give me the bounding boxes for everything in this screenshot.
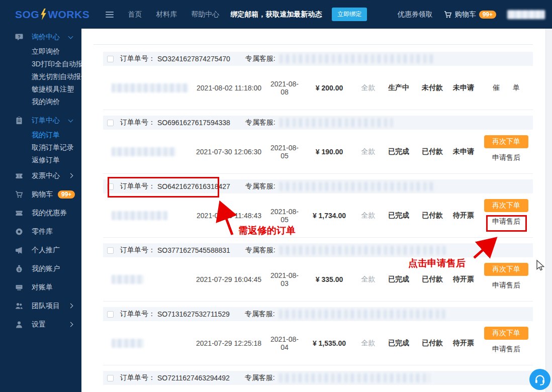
clipboard-icon (15, 117, 23, 125)
top-navbar: SOG WORKS 首页 材料库 帮助中心 绑定邮箱，获取速加最新动态 立即绑定… (0, 0, 552, 29)
order-checkbox[interactable] (107, 183, 114, 190)
nav-home[interactable]: 首页 (128, 10, 142, 19)
cs-value-redacted (279, 373, 430, 382)
order-no-value: SO6961627617594338 (157, 119, 230, 127)
sidebar: ?询价中心立即询价3D打印全自动报价激光切割自动报价敏捷模具注塑我的询价订单中心… (0, 29, 81, 392)
delivery-date: 2021-08-05 (267, 208, 302, 224)
megaphone-icon (15, 246, 23, 254)
sidebar-item-personal-promotion[interactable]: 个人推广 (0, 241, 81, 259)
sidebar-item-statements[interactable]: 对账单 (0, 278, 81, 297)
order-checkbox[interactable] (107, 375, 114, 381)
sidebar-item-laser-cut-auto-quote[interactable]: 激光切割自动报价 (0, 70, 81, 83)
scrollbar-track[interactable] (545, 29, 552, 392)
chat-icon: ? (15, 33, 23, 41)
coupon-claim-link[interactable]: 优惠券领取 (398, 10, 433, 19)
navbar-right: 优惠券领取 购物车 99+ (398, 10, 545, 19)
nav-material-library[interactable]: 材料库 (156, 10, 177, 19)
create-time: 2021-07-29 12:25:18 (195, 339, 261, 347)
username-redacted[interactable] (507, 10, 545, 19)
sidebar-item-parts-library[interactable]: 零件库 (0, 222, 81, 241)
cs-label: 专属客服: (245, 246, 275, 255)
order-list-panel: 订单单号： SO3241627874275470 专属客服: 2021-08-0… (81, 29, 545, 392)
order-amount: ¥ 1,535.00 (307, 339, 352, 347)
order-status: 已完成 (384, 147, 414, 156)
sidebar-item-repair-orders[interactable]: 返修订单 (0, 154, 81, 166)
invoice-status: 未申请 (448, 83, 479, 92)
invoice-status: 待开票 (448, 211, 479, 220)
logo[interactable]: SOG WORKS (15, 9, 89, 21)
order-header: 订单单号： SO6961627617594338 专属客服: (103, 116, 533, 130)
order-status: 已完成 (384, 339, 414, 348)
apply-aftersale-link[interactable]: 申请售后 (492, 153, 520, 162)
cart-link[interactable]: 购物车 99+ (444, 10, 496, 19)
sidebar-item-my-inquiries[interactable]: 我的询价 (0, 95, 81, 108)
create-time: 2021-07-30 11:48:43 (195, 212, 261, 220)
sidebar-item-team-projects[interactable]: 团队项目 (0, 297, 81, 315)
order-row: 2021-07-29 16:04:45 2021-08-03 ¥ 335.00 … (103, 257, 533, 301)
support-chat-button[interactable] (529, 369, 550, 390)
sidebar-item-invoice-center[interactable]: 发票中心 (0, 166, 81, 185)
product-name-redacted[interactable] (112, 83, 189, 92)
logo-text-works: WORKS (48, 9, 89, 21)
cs-label: 专属客服: (245, 310, 275, 319)
order-no-label: 订单单号： (120, 182, 155, 191)
product-name-redacted[interactable] (112, 147, 176, 156)
reorder-button[interactable]: 再次下单 (484, 327, 528, 340)
reorder-button[interactable]: 再次下单 (484, 135, 528, 148)
create-time: 2021-07-30 12:06:30 (195, 148, 261, 156)
sidebar-item-label: 个人推广 (32, 246, 60, 255)
order-block: 订单单号： SO7131627532711529 专属客服: 2021-07-2… (103, 307, 533, 365)
sidebar-item-my-coupons[interactable]: 我的优惠券 (0, 204, 81, 222)
sidebar-item-cart[interactable]: 购物车99+ (0, 185, 81, 204)
sidebar-item-order-center[interactable]: 订单中心 (0, 112, 81, 129)
sidebar-item-my-orders[interactable]: 我的订单 (0, 129, 81, 141)
cs-value-redacted (279, 310, 445, 319)
apply-aftersale-link[interactable]: 申请售后 (492, 217, 520, 226)
apply-aftersale-link[interactable]: 申请售后 (492, 345, 520, 354)
product-name-redacted[interactable] (112, 339, 144, 348)
order-no-label: 订单单号： (120, 54, 155, 63)
reorder-button[interactable]: 再次下单 (484, 199, 528, 212)
sidebar-item-quote-now[interactable]: 立即询价 (0, 45, 81, 58)
reorder-button[interactable]: 再次下单 (484, 263, 528, 276)
pay-type: 全款 (357, 339, 380, 348)
invoice-icon (15, 172, 23, 180)
urge-order-link[interactable]: 催单 (493, 83, 533, 92)
pay-type: 全款 (357, 211, 380, 220)
order-block: 订单单号： SO6421627616318427 专属客服: 2021-07-3… (103, 179, 533, 238)
pay-type: 全款 (357, 83, 380, 92)
svg-text:?: ? (18, 34, 21, 39)
sidebar-item-label: 我的询价 (32, 97, 60, 107)
cs-label: 专属客服: (245, 118, 275, 127)
sidebar-item-cancel-order-records[interactable]: 取消订单记录 (0, 141, 81, 154)
sidebar-item-label: 零件库 (32, 227, 53, 236)
order-checkbox[interactable] (107, 247, 114, 254)
order-header: 订单单号： SO7211627463294492 专属客服: (103, 371, 533, 385)
sidebar-item-my-account[interactable]: $我的账户 (0, 259, 81, 278)
sidebar-item-inquiry-center[interactable]: ?询价中心 (0, 29, 81, 45)
sidebar-item-3d-print-auto-quote[interactable]: 3D打印全自动报价 (0, 58, 81, 70)
order-no-value: SO6421627616318427 (157, 182, 230, 190)
order-actions: 再次下单 申请售后 (481, 135, 531, 162)
sidebar-item-label: 3D打印全自动报价 (32, 60, 81, 69)
bind-now-button[interactable]: 立即绑定 (332, 8, 367, 21)
product-name-redacted[interactable] (112, 211, 168, 220)
order-checkbox[interactable] (107, 56, 114, 62)
sidebar-item-settings[interactable]: 设置 (0, 315, 81, 334)
cs-label: 专属客服: (245, 54, 275, 63)
cs-value-redacted (280, 182, 435, 191)
nav-help-center[interactable]: 帮助中心 (191, 10, 219, 19)
delivery-date: 2021-08-04 (267, 335, 302, 351)
apply-aftersale-link[interactable]: 申请售后 (492, 281, 520, 290)
order-checkbox[interactable] (107, 311, 114, 318)
menu-icon[interactable] (106, 12, 114, 18)
sidebar-item-label: 我的优惠券 (32, 209, 67, 218)
sidebar-item-agile-mold-injection[interactable]: 敏捷模具注塑 (0, 83, 81, 95)
sidebar-cart-badge: 99+ (58, 190, 75, 199)
pay-status: 已付款 (417, 211, 447, 220)
order-checkbox[interactable] (107, 120, 114, 126)
order-block: 订单单号： SO6961627617594338 专属客服: 2021-07-3… (103, 116, 533, 174)
product-name-redacted[interactable] (112, 275, 144, 284)
parts-icon (15, 228, 23, 236)
chevron-right-icon (68, 173, 73, 178)
